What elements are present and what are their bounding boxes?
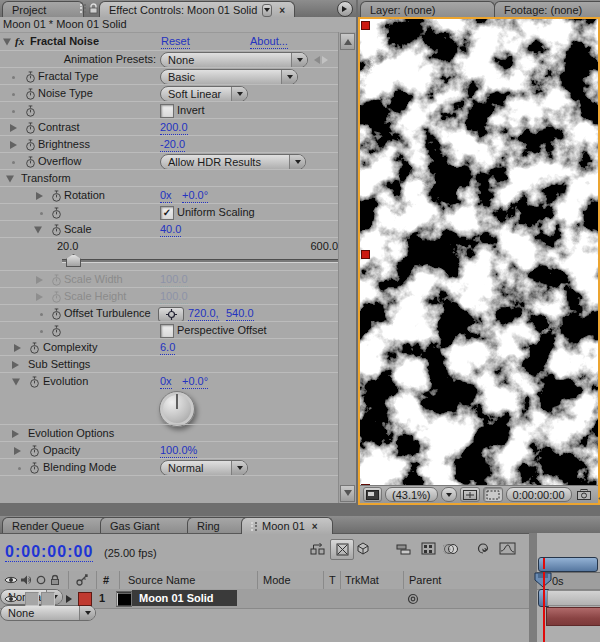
tab-layer[interactable]: Layer: (none) [360,1,495,17]
close-icon[interactable]: × [279,5,285,16]
previous-preset-icon[interactable] [310,56,320,64]
stopwatch-icon[interactable] [51,308,62,320]
lock-icon[interactable] [89,3,98,14]
overflow-select[interactable]: Allow HDR Results [160,154,306,170]
twirl-closed-icon[interactable] [12,361,23,369]
tab-dropdown-button[interactable] [262,4,272,17]
stopwatch-icon[interactable] [25,71,36,83]
current-time-indicator-line[interactable] [543,572,545,642]
stopwatch-icon[interactable] [51,274,62,286]
layer-parent-select[interactable]: None [0,605,96,621]
twirl-closed-icon[interactable] [10,124,21,132]
layer-visibility-eye-icon[interactable] [4,594,18,603]
close-icon[interactable]: × [312,521,318,532]
stopwatch-icon[interactable] [25,139,36,151]
animation-presets-select[interactable]: None [160,52,308,68]
tab-effect-controls[interactable]: Effect Controls: Moon 01 Solid × [99,1,295,18]
time-navigator-bar[interactable] [538,557,598,572]
viewer-timecode-button[interactable]: 0:00:00:00 [506,487,572,502]
work-area-bar[interactable] [547,590,600,606]
stopwatch-icon[interactable] [51,291,62,303]
rotation-degrees-value[interactable]: +0.0° [182,189,208,203]
lock-cell[interactable] [41,592,55,606]
magnification-menu-button[interactable] [441,487,457,502]
layer-duration-bar[interactable] [546,607,600,626]
scroll-up-button[interactable] [340,33,355,50]
composition-image[interactable] [360,19,598,486]
pickwhip-icon[interactable] [407,593,419,605]
stopwatch-icon[interactable] [51,325,62,337]
draft-3d-button[interactable] [352,539,374,558]
show-channel-button[interactable] [596,488,600,501]
twirl-closed-icon[interactable] [36,192,47,200]
layer-row[interactable]: 1 Moon 01 Solid Normal None [0,589,529,609]
scale-slider-track[interactable] [62,259,338,263]
tab-render-queue[interactable]: Render Queue [2,517,116,533]
scale-value[interactable]: 40.0 [160,223,181,237]
layer-name[interactable]: Moon 01 Solid [132,590,237,606]
stopwatch-icon[interactable] [29,376,40,388]
panel-menu-button[interactable] [337,1,353,17]
scroll-down-button[interactable] [340,485,355,502]
rotation-revolutions-value[interactable]: 0x [160,189,172,203]
always-preview-button[interactable] [363,487,382,502]
evolution-revolutions-value[interactable]: 0x [160,375,172,389]
twirl-closed-icon[interactable] [36,276,47,284]
snapshot-button[interactable] [575,488,593,501]
evolution-dial[interactable] [159,391,195,427]
magnification-button[interactable]: (43.1%) [385,487,438,502]
invert-checkbox[interactable] [160,104,174,118]
scale-slider-handle[interactable] [66,254,81,267]
stopwatch-icon[interactable] [29,462,40,474]
stopwatch-icon[interactable] [51,190,62,202]
stopwatch-icon[interactable] [51,224,62,236]
offset-turbulence-y-value[interactable]: 540.0 [226,307,254,321]
comp-flowchart-button[interactable] [306,539,328,558]
stopwatch-icon[interactable] [25,88,36,100]
effect-point-button[interactable] [158,307,184,322]
graph-editor-button[interactable] [496,539,518,558]
current-time-display[interactable]: 0:00:00:00 [5,543,93,562]
twirl-closed-icon[interactable] [12,430,23,438]
twirl-closed-icon[interactable] [14,344,25,352]
tab-footage[interactable]: Footage: (none) [494,1,600,17]
contrast-value[interactable]: 200.0 [160,121,188,135]
stopwatch-icon[interactable] [25,156,36,168]
safe-margins-button[interactable] [460,487,480,502]
fractal-type-select[interactable]: Basic [160,69,298,85]
perspective-offset-checkbox[interactable] [160,324,174,338]
stopwatch-icon[interactable] [25,122,36,134]
stopwatch-icon[interactable] [25,105,36,117]
brainstorm-button[interactable] [472,539,494,558]
audio-cell[interactable] [25,592,39,606]
live-update-button[interactable] [330,539,354,560]
offset-turbulence-x-value[interactable]: 720.0, [188,307,219,321]
blending-mode-select[interactable]: Normal [160,460,248,476]
twirl-open-icon[interactable] [12,378,20,389]
uniform-scaling-checkbox[interactable] [160,206,174,220]
opacity-value[interactable]: 100.0% [160,444,197,458]
twirl-closed-icon[interactable] [36,293,47,301]
layer-expander-icon[interactable] [66,595,76,603]
next-preset-icon[interactable] [322,56,332,64]
tab-moon-01[interactable]: Moon 01 × [241,517,333,534]
effect-controls-scrollbar[interactable] [338,32,356,503]
complexity-value[interactable]: 6.0 [160,341,175,355]
stopwatch-icon[interactable] [51,207,62,219]
layer-handle-top-left[interactable] [361,21,370,30]
region-of-interest-button[interactable] [483,487,503,502]
twirl-closed-icon[interactable] [10,141,21,149]
twirl-open-icon[interactable] [6,175,14,186]
layer-handle-middle-left[interactable] [361,250,370,259]
frame-blending-button[interactable] [417,539,439,558]
noise-type-select[interactable]: Soft Linear [160,86,248,102]
shy-layers-button[interactable] [392,539,414,558]
evolution-degrees-value[interactable]: +0.0° [182,375,208,389]
reset-link[interactable]: Reset [161,35,190,49]
brightness-value[interactable]: -20.0 [160,138,185,152]
stopwatch-icon[interactable] [29,445,40,457]
about-link[interactable]: About... [250,35,288,49]
twirl-open-icon[interactable] [3,38,11,49]
motion-blur-button[interactable] [440,539,462,558]
layer-label-chip[interactable] [78,592,92,606]
